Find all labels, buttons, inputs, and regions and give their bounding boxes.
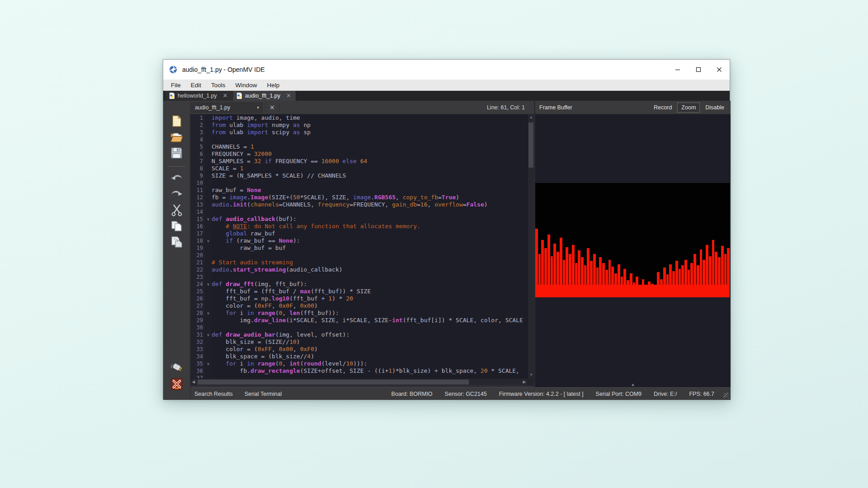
- fold-marker[interactable]: ∨: [205, 331, 212, 338]
- code-text: [212, 208, 528, 216]
- openmv-logo-icon: [169, 66, 177, 74]
- code-line: 2from ulab import numpy as np: [190, 122, 528, 129]
- connect-button[interactable]: [169, 361, 184, 375]
- line-number: 9: [190, 172, 205, 179]
- fold-marker: [205, 114, 212, 122]
- fft-image[interactable]: [535, 183, 730, 297]
- status-search-results[interactable]: Search Results: [194, 391, 233, 397]
- code-line: 35∨ for i in range(0, int(round(level/10…: [190, 360, 528, 367]
- code-line: 8SCALE = 1: [190, 165, 528, 172]
- vertical-scrollbar-thumb[interactable]: [528, 122, 533, 168]
- line-number: 25: [190, 288, 205, 295]
- code-line: 17 global raw_buf: [190, 230, 528, 237]
- line-number: 6: [190, 150, 205, 158]
- code-text: CHANNELS = 1: [212, 143, 528, 150]
- line-number: 22: [190, 266, 205, 273]
- close-button[interactable]: [709, 60, 730, 80]
- code-line: 29 img.draw_line(i*SCALE, SIZE, i*SCALE,…: [190, 317, 528, 324]
- fold-marker: [205, 122, 212, 129]
- vertical-scrollbar[interactable]: ▲ ▼: [528, 114, 534, 378]
- editor-column: audio_fft_1.py ▾ ✕ Line: 61, Col: 1 1imp…: [190, 101, 534, 387]
- maximize-button[interactable]: [688, 60, 709, 80]
- code-line: 30: [190, 324, 528, 331]
- cut-button[interactable]: [169, 203, 184, 217]
- frame-buffer-panel: Frame Buffer RecordZoomDisable ▲: [535, 101, 731, 387]
- disconnect-button[interactable]: [169, 377, 184, 391]
- menu-item-help[interactable]: Help: [262, 80, 285, 91]
- disable-button[interactable]: Disable: [702, 103, 728, 112]
- code-line: 14: [190, 208, 528, 216]
- menu-item-file[interactable]: File: [166, 80, 186, 91]
- undo-icon: [170, 174, 183, 183]
- line-number: 17: [190, 230, 205, 237]
- code-line: 12fb = image.Image(SIZE+(50*SCALE), SIZE…: [190, 194, 528, 201]
- tab-helloworld_1.py[interactable]: helloworld_1.py✕: [165, 91, 233, 101]
- paste-button[interactable]: [169, 235, 184, 249]
- code-text: [212, 273, 528, 281]
- line-number: 19: [190, 244, 205, 252]
- code-text: fft_buf = (fft_buf / max(fft_buf)) * SIZ…: [212, 288, 528, 295]
- fold-marker: [205, 201, 212, 208]
- window-title: audio_fft_1.py - OpenMV IDE: [182, 60, 265, 80]
- close-file-button[interactable]: ✕: [268, 104, 277, 111]
- fold-marker: [205, 208, 212, 216]
- expand-terminal-icon[interactable]: ▲: [535, 382, 731, 387]
- tab-audio_fft_1.py[interactable]: audio_fft_1.py✕: [233, 91, 296, 101]
- code-text: # NOTE: do Not call any function that al…: [212, 223, 528, 230]
- open-file-button[interactable]: [169, 130, 184, 144]
- minimize-icon: [675, 67, 680, 72]
- code-line: 31∨def draw_audio_bar(img, level, offset…: [190, 331, 528, 338]
- fold-marker[interactable]: ∨: [205, 360, 212, 367]
- line-number: 23: [190, 273, 205, 281]
- new-file-button[interactable]: [169, 114, 184, 128]
- fold-marker: [205, 252, 212, 259]
- resize-grip[interactable]: [723, 393, 729, 398]
- fold-marker[interactable]: ∨: [205, 310, 212, 317]
- status-right: Board: BORMIOSensor: GC2145Firmware Vers…: [392, 391, 731, 397]
- scroll-up-icon[interactable]: ▲: [528, 114, 534, 121]
- code-editor[interactable]: 1import image, audio, time2from ulab imp…: [190, 114, 528, 378]
- zoom-button[interactable]: Zoom: [677, 103, 700, 113]
- title-bar[interactable]: audio_fft_1.py - OpenMV IDE: [163, 60, 730, 80]
- save-file-button[interactable]: [169, 146, 184, 160]
- code-line: 27 color = (0xFF, 0x0F, 0x00): [190, 302, 528, 310]
- undo-button[interactable]: [169, 172, 184, 185]
- scroll-left-icon[interactable]: ◀: [190, 379, 197, 385]
- line-number: 28: [190, 310, 205, 317]
- line-number: 32: [190, 338, 205, 346]
- copy-button[interactable]: [169, 219, 184, 233]
- horizontal-scrollbar[interactable]: ◀ ▶: [190, 378, 528, 385]
- code-text: from ulab import numpy as np: [212, 122, 528, 129]
- line-number: 16: [190, 223, 205, 230]
- code-text: for i in range(0, int(round(level/10))):: [212, 360, 528, 367]
- code-line: 13audio.init(channels=CHANNELS, frequenc…: [190, 201, 528, 208]
- fold-marker: [205, 353, 212, 360]
- fold-marker: [205, 317, 212, 324]
- horizontal-scrollbar-thumb[interactable]: [198, 380, 469, 385]
- python-file-icon: [169, 93, 175, 99]
- fold-marker[interactable]: ∨: [205, 281, 212, 288]
- menu-item-window[interactable]: Window: [231, 80, 262, 91]
- frame-buffer-header: Frame Buffer RecordZoomDisable: [535, 101, 731, 114]
- code-text: fb.draw_rectangle(SIZE+offset, SIZE - ((…: [212, 367, 528, 375]
- minimize-button[interactable]: [667, 60, 688, 80]
- scroll-right-icon[interactable]: ▶: [521, 379, 528, 385]
- redo-button[interactable]: [169, 188, 184, 201]
- code-line: 24∨def draw_fft(img, fft_buf):: [190, 281, 528, 288]
- record-button[interactable]: Record: [650, 103, 675, 112]
- file-selector-dropdown[interactable]: audio_fft_1.py ▾: [191, 103, 263, 113]
- fold-marker[interactable]: ∨: [205, 216, 212, 223]
- line-number: 10: [190, 179, 205, 187]
- tab-close-icon[interactable]: ✕: [220, 93, 228, 99]
- menu-item-edit[interactable]: Edit: [186, 80, 206, 91]
- status-serial-terminal[interactable]: Serial Terminal: [245, 391, 282, 397]
- frame-buffer-buttons: RecordZoomDisable: [650, 103, 731, 113]
- tab-close-icon[interactable]: ✕: [283, 93, 291, 99]
- code-text: raw_buf = buf: [212, 244, 528, 252]
- scroll-down-icon[interactable]: ▼: [528, 372, 534, 378]
- line-number: 26: [190, 295, 205, 302]
- fold-marker[interactable]: ∨: [205, 237, 212, 244]
- fold-marker: [205, 223, 212, 230]
- menu-item-tools[interactable]: Tools: [206, 80, 231, 91]
- code-text: blk_size = (SIZE//10): [212, 338, 528, 346]
